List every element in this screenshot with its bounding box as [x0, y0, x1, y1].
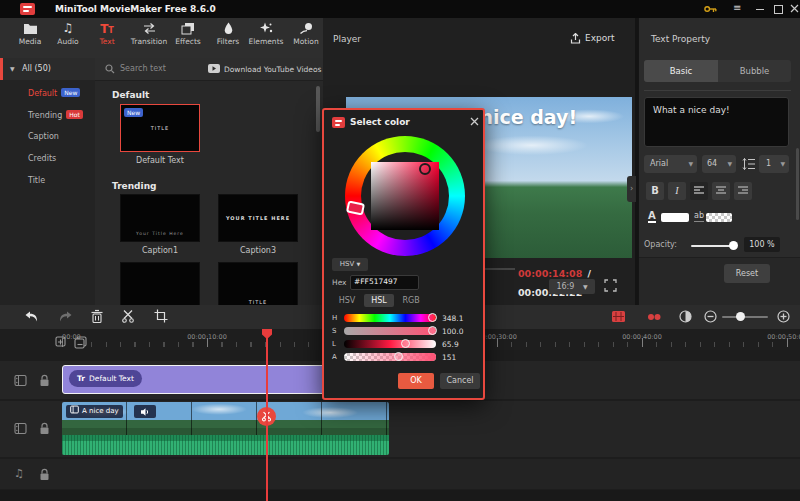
- collapse-panel-button[interactable]: ›: [627, 176, 636, 202]
- tab-basic[interactable]: Basic: [644, 60, 718, 82]
- undo-icon[interactable]: [24, 310, 39, 324]
- lightness-slider-handle[interactable]: [401, 339, 410, 348]
- line-spacing-icon[interactable]: [742, 157, 756, 171]
- italic-button[interactable]: I: [668, 182, 686, 200]
- contrast-icon[interactable]: [679, 310, 692, 323]
- minimize-icon[interactable]: [756, 9, 764, 10]
- tab-media[interactable]: Media: [10, 22, 50, 56]
- playhead-line[interactable]: [266, 331, 268, 501]
- text-input[interactable]: What a nice day!: [644, 97, 789, 147]
- reset-button[interactable]: Reset: [724, 264, 770, 283]
- align-left-button[interactable]: [690, 182, 708, 200]
- highlight-color-icon[interactable]: ab: [694, 211, 704, 222]
- crop-icon[interactable]: [154, 309, 168, 323]
- saturation-slider[interactable]: [344, 327, 436, 335]
- tab-text[interactable]: TT Text: [87, 22, 127, 56]
- font-size-select[interactable]: 64▼: [702, 155, 736, 173]
- tab-transition[interactable]: Transition: [126, 22, 172, 56]
- hue-ring-handle[interactable]: [346, 200, 365, 215]
- cancel-button[interactable]: Cancel: [440, 373, 480, 389]
- tab-bubble[interactable]: Bubble: [718, 60, 791, 82]
- saturation-slider-handle[interactable]: [428, 326, 437, 335]
- sidebar-item-title[interactable]: Title: [28, 176, 45, 185]
- search-input[interactable]: Search text: [120, 64, 166, 73]
- music-note-icon: ♫: [48, 22, 88, 35]
- lock-icon[interactable]: [39, 422, 50, 435]
- opacity-label: Opacity:: [644, 240, 677, 249]
- link-dots-icon[interactable]: [647, 313, 661, 321]
- lightness-slider[interactable]: [344, 340, 436, 348]
- droplet-icon: [222, 22, 235, 35]
- close-icon[interactable]: [790, 4, 799, 13]
- template-label: Caption1: [120, 246, 200, 255]
- line-spacing-select[interactable]: 1▼: [759, 155, 789, 173]
- font-family-select[interactable]: Arial▼: [644, 155, 697, 173]
- tab-elements[interactable]: Elements: [246, 22, 286, 56]
- template-item[interactable]: [120, 262, 200, 305]
- template-caption1[interactable]: Your Title Here: [120, 194, 200, 242]
- text-clip-tr-icon: Tr: [77, 374, 85, 383]
- zoom-out-icon[interactable]: [704, 310, 717, 323]
- lock-icon[interactable]: [39, 468, 50, 481]
- fullscreen-icon[interactable]: [604, 279, 617, 292]
- lock-icon[interactable]: [39, 374, 50, 387]
- highlight-color-swatch[interactable]: [706, 213, 732, 222]
- aspect-ratio-select[interactable]: 16:9 ▼: [549, 279, 595, 294]
- template-default-text[interactable]: New TITLE: [120, 104, 200, 152]
- tab-hsv[interactable]: HSV: [332, 294, 362, 307]
- hue-wheel[interactable]: [345, 136, 465, 256]
- align-right-button[interactable]: [734, 182, 752, 200]
- timeline-zoom-handle[interactable]: [736, 312, 745, 321]
- zoom-in-icon[interactable]: [777, 310, 790, 323]
- current-time: 00:00:14:08: [518, 268, 582, 279]
- font-color-swatch[interactable]: [661, 213, 689, 222]
- bold-button[interactable]: B: [646, 182, 664, 200]
- sidebar-item-default[interactable]: DefaultNew: [28, 88, 80, 98]
- sidebar-item-credits[interactable]: Credits: [28, 154, 56, 163]
- license-key-icon[interactable]: [704, 4, 717, 14]
- align-center-button[interactable]: [712, 182, 730, 200]
- divider: [644, 90, 791, 91]
- tab-filters[interactable]: Filters: [208, 22, 248, 56]
- tab-motion[interactable]: Motion: [286, 22, 326, 56]
- sv-cursor[interactable]: [419, 163, 431, 175]
- manage-tracks-icon[interactable]: [74, 336, 87, 349]
- add-track-icon[interactable]: [55, 336, 68, 349]
- hue-slider-handle[interactable]: [428, 313, 437, 322]
- text-style-row: B I: [646, 182, 791, 200]
- sidebar-item-caption[interactable]: Caption: [28, 132, 59, 141]
- color-model-select[interactable]: HSV ▼: [332, 258, 368, 271]
- alpha-slider[interactable]: [344, 353, 436, 361]
- tab-effects[interactable]: Effects: [168, 22, 208, 56]
- panel-scrollbar[interactable]: [796, 148, 799, 220]
- delete-icon[interactable]: [90, 309, 104, 324]
- menu-icon[interactable]: ≡: [733, 3, 741, 13]
- record-icon[interactable]: [612, 311, 625, 322]
- sidebar-item-trending[interactable]: TrendingHot: [28, 110, 83, 120]
- library-scrollbar[interactable]: [316, 86, 320, 132]
- video-clip[interactable]: A nice day: [62, 402, 389, 455]
- alpha-slider-handle[interactable]: [394, 352, 403, 361]
- category-all[interactable]: ▼ All (50): [0, 58, 95, 80]
- opacity-slider-handle[interactable]: [729, 241, 738, 250]
- sparkle-icon: [259, 22, 273, 35]
- maximize-icon[interactable]: [774, 5, 783, 14]
- layers-icon: [181, 22, 195, 35]
- mute-toggle[interactable]: [134, 405, 156, 418]
- tab-audio[interactable]: ♫ Audio: [48, 22, 88, 56]
- tab-hsl[interactable]: HSL: [364, 294, 394, 307]
- template-caption3[interactable]: YOUR TITLE HERE: [218, 194, 298, 242]
- hex-input[interactable]: #FF517497: [350, 275, 419, 290]
- hue-slider[interactable]: [344, 314, 436, 322]
- dialog-close-icon[interactable]: [470, 117, 479, 126]
- redo-icon[interactable]: [58, 310, 73, 324]
- tab-rgb[interactable]: RGB: [396, 294, 426, 307]
- timeline-zoom-slider[interactable]: [722, 316, 768, 318]
- library-header: Search text Download YouTube Videos: [95, 58, 323, 81]
- split-scissors-icon[interactable]: [121, 309, 135, 324]
- font-color-icon[interactable]: A: [648, 210, 656, 223]
- saturation-value-square[interactable]: [371, 162, 439, 230]
- ok-button[interactable]: OK: [398, 373, 434, 389]
- template-item[interactable]: TITLE: [218, 262, 298, 305]
- download-youtube-button[interactable]: Download YouTube Videos: [224, 65, 321, 74]
